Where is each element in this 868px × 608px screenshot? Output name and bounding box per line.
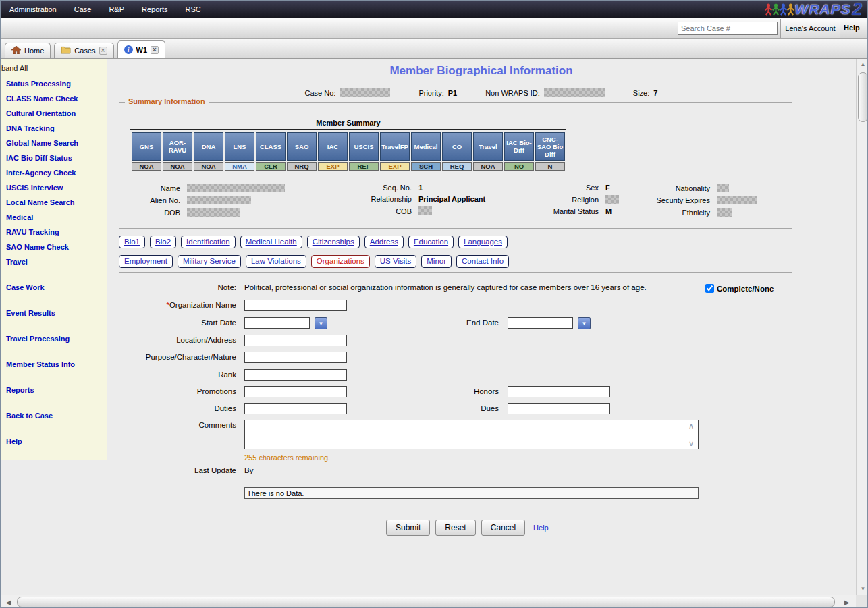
comments-textarea[interactable] [244,420,699,449]
sidebar-item-class-name-check[interactable]: CLASS Name Check [1,91,107,106]
sidebar-item-reports[interactable]: Reports [1,383,107,397]
status-badge-class: CLR [256,162,286,171]
tab-cases-label: Cases [74,47,95,55]
tab-w1-close-icon[interactable]: × [151,46,159,54]
sidebar-item-event-results[interactable]: Event Results [1,306,107,321]
sidebar-item-iac-bio-diff-status[interactable]: IAC Bio Diff Status [1,150,107,165]
tab-organizations[interactable]: Organizations [311,255,370,268]
tab-w1[interactable]: i W1 × [117,40,166,58]
case-info-row: Case No: Priority:P1 Non WRAPS ID: Size:… [107,88,856,97]
location-address-input[interactable] [244,335,347,346]
sidebar-item-cultural-orientation[interactable]: Cultural Orientation [1,106,107,121]
note-label: Note: [119,283,236,292]
end-date-calendar-dropdown-icon[interactable]: ▼ [578,317,591,329]
menu-rp[interactable]: R&P [100,5,133,13]
tab-address[interactable]: Address [364,236,404,248]
sidebar-item-help[interactable]: Help [1,434,107,449]
expand-all-link[interactable]: band All [1,63,107,76]
status-badge-cnc-sao-bio-diff: N [535,162,565,171]
tab-medical-health[interactable]: Medical Health [240,236,302,248]
reset-button[interactable]: Reset [435,520,475,536]
tab-cases-close-icon[interactable]: × [99,47,107,55]
sidebar-item-status-processing[interactable]: Status Processing [1,76,107,91]
tab-education[interactable]: Education [408,236,454,248]
sidebar-item-travel[interactable]: Travel [1,254,107,269]
scroll-up-icon[interactable]: ▲ [857,59,868,70]
scroll-down-icon[interactable]: ▼ [857,583,868,595]
sidebar-item-inter-agency-check[interactable]: Inter-Agency Check [1,165,107,180]
help-top-link[interactable]: Help [844,24,860,32]
menu-reports[interactable]: Reports [133,5,177,13]
sidebar-item-global-name-search[interactable]: Global Name Search [1,136,107,150]
purpose-character-nature-input[interactable] [244,352,347,363]
horizontal-scrollbar[interactable]: ◀ ▶ [1,595,856,608]
case-no-value-redacted [340,88,390,97]
horizontal-scrollbar-thumb[interactable] [17,597,835,607]
relationship-label: Relationship [351,195,412,203]
tab-bio2[interactable]: Bio2 [150,236,176,248]
start-date-input[interactable] [244,317,310,329]
vertical-scrollbar[interactable]: ▲ ▼ [856,59,868,595]
seq-no-label: Seq. No. [351,184,412,192]
summary-information-legend: Summary Information [125,97,209,105]
organization-name-input[interactable] [244,300,347,311]
tab-bio1[interactable]: Bio1 [119,236,145,248]
form-help-link[interactable]: Help [533,524,549,532]
tab-identification[interactable]: Identification [181,236,236,248]
start-date-calendar-dropdown-icon[interactable]: ▼ [315,317,327,329]
tab-home-label: Home [24,47,44,55]
tab-law-violations[interactable]: Law Violations [246,255,306,268]
summary-col-dna: DNA [194,132,223,161]
vertical-scrollbar-thumb[interactable] [858,72,868,122]
duties-input[interactable] [244,403,347,414]
security-expires-label: Security Expires [643,196,710,204]
scroll-left-icon[interactable]: ◀ [2,595,15,608]
tab-minor[interactable]: Minor [421,255,452,268]
sidebar-item-dna-tracking[interactable]: DNA Tracking [1,121,107,136]
summary-col-iac-bio-diff: IAC Bio-Diff [504,132,534,161]
search-case-input[interactable] [678,22,778,35]
tab-cases[interactable]: Cases × [54,43,113,58]
status-badge-medical: SCH [411,162,441,171]
status-badge-gns: NOA [132,162,161,171]
logo-2-text: 2 [852,0,862,20]
cancel-button[interactable]: Cancel [481,520,525,536]
tab-contact-info[interactable]: Contact Info [456,255,509,268]
menu-case[interactable]: Case [65,5,101,13]
tab-languages[interactable]: Languages [458,236,508,248]
tab-employment[interactable]: Employment [119,255,173,268]
tab-citizenships[interactable]: Citizenships [307,236,360,248]
bio-tabs-row-2: Employment Military Service Law Violatio… [119,255,509,268]
sidebar-item-ravu-tracking[interactable]: RAVU Tracking [1,225,107,240]
dues-input[interactable] [508,403,610,414]
sidebar-item-back-to-case[interactable]: Back to Case [1,408,107,423]
cob-value-redacted [418,206,432,215]
sidebar-item-local-name-search[interactable]: Local Name Search [1,195,107,210]
rank-input[interactable] [244,369,347,381]
end-date-input[interactable] [508,317,573,329]
menu-rsc[interactable]: RSC [177,5,210,13]
account-button[interactable]: Lena's Account [780,19,840,38]
complete-none-checkbox[interactable] [705,284,714,293]
tab-us-visits[interactable]: US Visits [375,255,416,268]
menu-administration[interactable]: Administration [1,5,65,13]
comments-scroll-down-icon[interactable]: ∨ [688,440,694,447]
rank-label: Rank [119,370,236,379]
submit-button[interactable]: Submit [386,520,430,536]
member-summary-title: Member Summary [130,119,566,130]
sidebar-item-medical[interactable]: Medical [1,210,107,225]
sidebar-item-member-status-info[interactable]: Member Status Info [1,357,107,372]
sidebar-item-case-work[interactable]: Case Work [1,280,107,295]
comments-scroll-up-icon[interactable]: ∧ [688,422,694,430]
tab-military-service[interactable]: Military Service [178,255,241,268]
tab-home[interactable]: Home [5,43,51,58]
honors-input[interactable] [508,386,610,397]
scroll-right-icon[interactable]: ▶ [840,595,853,608]
location-address-label: Location/Address [119,336,236,344]
sidebar-item-travel-processing[interactable]: Travel Processing [1,331,107,346]
purpose-character-nature-label: Purpose/Character/Nature [119,353,236,361]
sidebar-item-uscis-interview[interactable]: USCIS Interview [1,180,107,195]
form-buttons-row: Submit Reset Cancel Help [386,520,549,536]
promotions-input[interactable] [244,386,347,397]
sidebar-item-sao-name-check[interactable]: SAO Name Check [1,240,107,254]
